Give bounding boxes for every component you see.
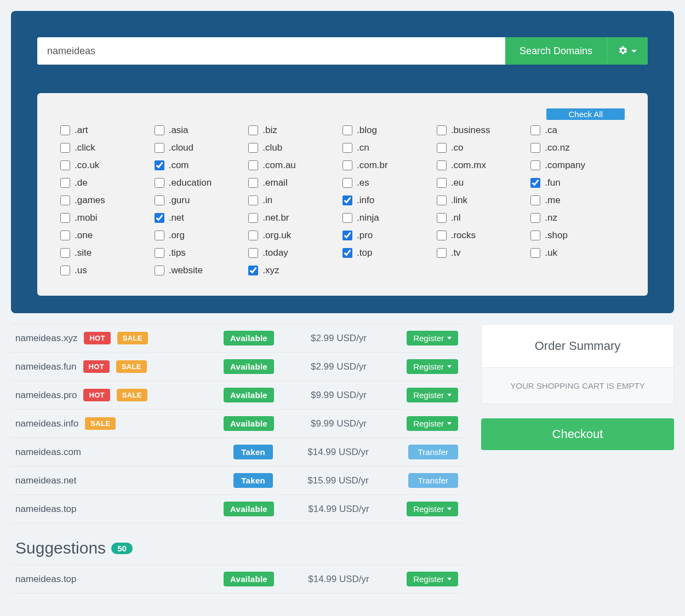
tld-item[interactable]: .mobi bbox=[60, 212, 155, 223]
tld-item[interactable]: .net.br bbox=[248, 212, 342, 223]
tld-checkbox[interactable] bbox=[530, 143, 540, 153]
tld-item[interactable]: .today bbox=[248, 247, 342, 258]
tld-item[interactable]: .org.uk bbox=[248, 230, 342, 241]
tld-checkbox[interactable] bbox=[342, 231, 352, 240]
tld-item[interactable]: .me bbox=[530, 195, 625, 206]
tld-item[interactable]: .com.br bbox=[342, 160, 437, 171]
tld-checkbox[interactable] bbox=[60, 160, 70, 170]
tld-item[interactable]: .click bbox=[60, 142, 155, 153]
tld-item[interactable]: .us bbox=[60, 265, 155, 276]
tld-item[interactable]: .co.uk bbox=[60, 160, 155, 171]
search-options-button[interactable] bbox=[607, 37, 648, 65]
tld-item[interactable]: .fun bbox=[530, 177, 625, 188]
tld-checkbox[interactable] bbox=[437, 143, 447, 153]
register-button[interactable]: Register bbox=[407, 388, 458, 402]
tld-checkbox[interactable] bbox=[155, 213, 164, 223]
tld-checkbox[interactable] bbox=[342, 178, 352, 188]
tld-item[interactable]: .biz bbox=[248, 125, 342, 136]
tld-checkbox[interactable] bbox=[248, 266, 258, 275]
tld-checkbox[interactable] bbox=[530, 178, 540, 188]
transfer-button[interactable]: Transfer bbox=[408, 473, 458, 488]
tld-checkbox[interactable] bbox=[60, 143, 70, 153]
tld-checkbox[interactable] bbox=[155, 266, 164, 275]
tld-checkbox[interactable] bbox=[342, 125, 352, 135]
tld-checkbox[interactable] bbox=[530, 231, 540, 240]
tld-item[interactable]: .site bbox=[60, 247, 155, 258]
tld-item[interactable]: .business bbox=[437, 125, 531, 136]
tld-item[interactable]: .com.mx bbox=[437, 160, 531, 171]
tld-checkbox[interactable] bbox=[437, 213, 447, 223]
tld-item[interactable]: .es bbox=[342, 177, 437, 188]
tld-item[interactable]: .com bbox=[155, 160, 249, 171]
tld-item[interactable]: .cloud bbox=[155, 142, 249, 153]
search-domains-button[interactable]: Search Domains bbox=[505, 37, 607, 65]
transfer-button[interactable]: Transfer bbox=[408, 445, 458, 459]
tld-item[interactable]: .co.nz bbox=[530, 142, 625, 153]
checkout-button[interactable]: Checkout bbox=[481, 418, 674, 450]
tld-checkbox[interactable] bbox=[60, 178, 70, 188]
tld-checkbox[interactable] bbox=[60, 248, 70, 258]
tld-checkbox[interactable] bbox=[60, 266, 70, 275]
tld-item[interactable]: .top bbox=[342, 247, 437, 258]
tld-checkbox[interactable] bbox=[155, 178, 164, 188]
register-button[interactable]: Register bbox=[407, 416, 458, 431]
tld-item[interactable]: .xyz bbox=[248, 265, 342, 276]
tld-item[interactable]: .co bbox=[437, 142, 531, 153]
tld-checkbox[interactable] bbox=[248, 213, 258, 223]
tld-checkbox[interactable] bbox=[248, 248, 258, 258]
tld-item[interactable]: .tv bbox=[437, 247, 531, 258]
tld-checkbox[interactable] bbox=[155, 143, 164, 153]
tld-item[interactable]: .ca bbox=[530, 125, 625, 136]
tld-item[interactable]: .games bbox=[60, 195, 155, 206]
search-input[interactable] bbox=[37, 37, 505, 65]
tld-item[interactable]: .blog bbox=[342, 125, 437, 136]
tld-item[interactable]: .pro bbox=[342, 230, 437, 241]
tld-checkbox[interactable] bbox=[437, 195, 447, 205]
tld-checkbox[interactable] bbox=[248, 125, 258, 135]
tld-checkbox[interactable] bbox=[530, 248, 540, 258]
tld-item[interactable]: .art bbox=[60, 125, 155, 136]
tld-checkbox[interactable] bbox=[437, 125, 447, 135]
tld-item[interactable]: .club bbox=[248, 142, 342, 153]
tld-item[interactable]: .nz bbox=[530, 212, 625, 223]
tld-checkbox[interactable] bbox=[248, 195, 258, 205]
tld-checkbox[interactable] bbox=[437, 248, 447, 258]
tld-item[interactable]: .cn bbox=[342, 142, 437, 153]
tld-item[interactable]: .eu bbox=[437, 177, 531, 188]
tld-checkbox[interactable] bbox=[248, 160, 258, 170]
tld-item[interactable]: .net bbox=[155, 212, 249, 223]
tld-item[interactable]: .uk bbox=[530, 247, 625, 258]
tld-checkbox[interactable] bbox=[530, 160, 540, 170]
tld-item[interactable]: .tips bbox=[155, 247, 249, 258]
tld-checkbox[interactable] bbox=[60, 195, 70, 205]
register-button[interactable]: Register bbox=[407, 572, 458, 586]
tld-item[interactable]: .guru bbox=[155, 195, 249, 206]
tld-item[interactable]: .shop bbox=[530, 230, 625, 241]
check-all-button[interactable]: Check All bbox=[546, 108, 625, 120]
tld-item[interactable]: .email bbox=[248, 177, 342, 188]
tld-item[interactable]: .link bbox=[437, 195, 531, 206]
tld-checkbox[interactable] bbox=[248, 143, 258, 153]
tld-checkbox[interactable] bbox=[60, 213, 70, 223]
tld-checkbox[interactable] bbox=[342, 160, 352, 170]
tld-item[interactable]: .ninja bbox=[342, 212, 437, 223]
tld-checkbox[interactable] bbox=[155, 125, 164, 135]
tld-item[interactable]: .org bbox=[155, 230, 249, 241]
tld-checkbox[interactable] bbox=[155, 195, 164, 205]
tld-item[interactable]: .one bbox=[60, 230, 155, 241]
tld-item[interactable]: .education bbox=[155, 177, 249, 188]
tld-checkbox[interactable] bbox=[60, 231, 70, 240]
tld-checkbox[interactable] bbox=[155, 160, 164, 170]
tld-item[interactable]: .rocks bbox=[437, 230, 531, 241]
tld-checkbox[interactable] bbox=[342, 195, 352, 205]
tld-checkbox[interactable] bbox=[437, 178, 447, 188]
tld-checkbox[interactable] bbox=[530, 125, 540, 135]
tld-item[interactable]: .company bbox=[530, 160, 625, 171]
tld-item[interactable]: .nl bbox=[437, 212, 531, 223]
tld-item[interactable]: .info bbox=[342, 195, 437, 206]
tld-checkbox[interactable] bbox=[248, 178, 258, 188]
tld-item[interactable]: .de bbox=[60, 177, 155, 188]
tld-checkbox[interactable] bbox=[437, 160, 447, 170]
register-button[interactable]: Register bbox=[407, 359, 458, 374]
register-button[interactable]: Register bbox=[407, 502, 458, 516]
